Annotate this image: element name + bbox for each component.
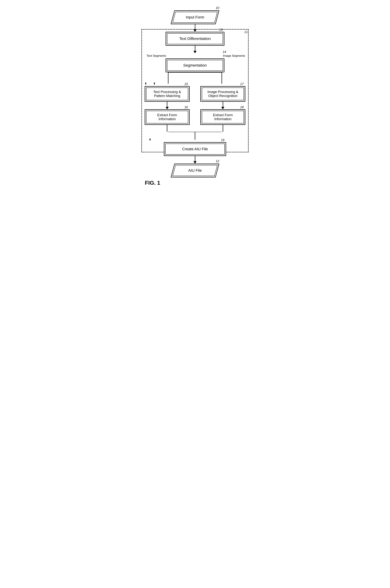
- segment-labels-row: Text Segments 14 Image Segments: [142, 53, 248, 58]
- page: 10 Input Form 13 Text Differentiation: [138, 3, 252, 188]
- connector-left-1: [166, 102, 169, 109]
- connector-final: [194, 156, 196, 163]
- connector-left-2: [167, 125, 167, 132]
- figure-label: FIG. 1: [145, 180, 160, 186]
- ref-14: 14: [223, 50, 226, 54]
- connector-1: [194, 24, 196, 32]
- ref-11: 11: [244, 30, 248, 34]
- segmentation-node: Segmentation: [166, 58, 224, 72]
- text-processing-node: Text Processing & Pattern Matching: [145, 86, 190, 102]
- ref-10: 10: [216, 6, 219, 10]
- aiu-file-node: AIU File: [171, 163, 219, 177]
- ref-12: 12: [216, 160, 219, 163]
- ref-16: 16: [185, 106, 188, 109]
- ref-17: 17: [240, 82, 244, 86]
- merge-lines: [142, 132, 248, 142]
- image-processing-node: Image Processing & Object Recognition: [200, 86, 245, 102]
- svg-marker-5: [154, 83, 155, 85]
- flowchart: 10 Input Form 13 Text Differentiation: [142, 10, 248, 177]
- ref-18: 18: [240, 106, 244, 109]
- right-column: 17 Image Processing & Object Recognition…: [197, 86, 248, 132]
- left-column: 15 Text Processing & Pattern Matching 16: [142, 86, 193, 132]
- text-segments-label: Text Segments: [146, 54, 166, 57]
- image-segments-label: Image Segments: [223, 54, 245, 57]
- ref-15: 15: [185, 82, 188, 86]
- create-aiu-node: Create AIU File: [164, 142, 226, 156]
- connector-right-2: [223, 125, 223, 132]
- ref-13: 13: [219, 28, 223, 32]
- svg-marker-9: [149, 139, 151, 141]
- input-form-node: Input Form: [171, 10, 219, 24]
- text-differentiation-node: Text Differentiation: [166, 32, 224, 46]
- connector-right-1: [221, 102, 224, 109]
- extract-form-right-node: Extract Form Information: [200, 109, 245, 125]
- two-column-section: 15 Text Processing & Pattern Matching 16: [142, 86, 248, 132]
- svg-marker-2: [145, 83, 146, 85]
- ref-19: 19: [221, 138, 224, 142]
- branch-lines: [142, 72, 248, 86]
- extract-form-left-node: Extract Form Information: [145, 109, 190, 125]
- connector-2: [194, 46, 196, 53]
